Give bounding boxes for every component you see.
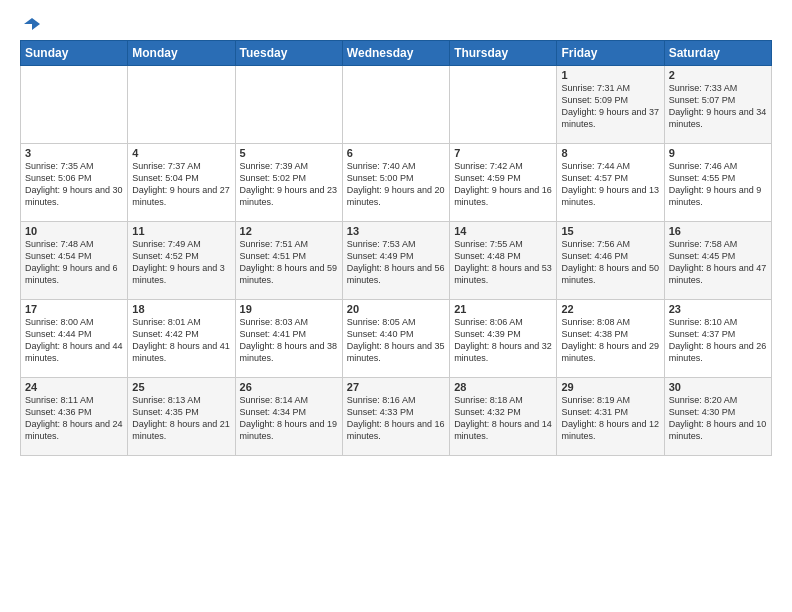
calendar-cell: 12Sunrise: 7:51 AM Sunset: 4:51 PM Dayli… bbox=[235, 222, 342, 300]
cell-content: Sunrise: 7:49 AM Sunset: 4:52 PM Dayligh… bbox=[132, 238, 230, 287]
calendar-cell: 9Sunrise: 7:46 AM Sunset: 4:55 PM Daylig… bbox=[664, 144, 771, 222]
header bbox=[20, 16, 772, 36]
calendar-cell: 1Sunrise: 7:31 AM Sunset: 5:09 PM Daylig… bbox=[557, 66, 664, 144]
cell-content: Sunrise: 8:16 AM Sunset: 4:33 PM Dayligh… bbox=[347, 394, 445, 443]
calendar-cell: 30Sunrise: 8:20 AM Sunset: 4:30 PM Dayli… bbox=[664, 378, 771, 456]
header-day-saturday: Saturday bbox=[664, 41, 771, 66]
calendar-cell: 11Sunrise: 7:49 AM Sunset: 4:52 PM Dayli… bbox=[128, 222, 235, 300]
day-number: 22 bbox=[561, 303, 659, 315]
cell-content: Sunrise: 7:40 AM Sunset: 5:00 PM Dayligh… bbox=[347, 160, 445, 209]
cell-content: Sunrise: 8:08 AM Sunset: 4:38 PM Dayligh… bbox=[561, 316, 659, 365]
calendar-cell bbox=[21, 66, 128, 144]
header-day-tuesday: Tuesday bbox=[235, 41, 342, 66]
header-day-sunday: Sunday bbox=[21, 41, 128, 66]
calendar-cell: 25Sunrise: 8:13 AM Sunset: 4:35 PM Dayli… bbox=[128, 378, 235, 456]
calendar-cell: 18Sunrise: 8:01 AM Sunset: 4:42 PM Dayli… bbox=[128, 300, 235, 378]
day-number: 29 bbox=[561, 381, 659, 393]
calendar-cell: 7Sunrise: 7:42 AM Sunset: 4:59 PM Daylig… bbox=[450, 144, 557, 222]
calendar-cell: 23Sunrise: 8:10 AM Sunset: 4:37 PM Dayli… bbox=[664, 300, 771, 378]
calendar-table: SundayMondayTuesdayWednesdayThursdayFrid… bbox=[20, 40, 772, 456]
day-number: 23 bbox=[669, 303, 767, 315]
day-number: 3 bbox=[25, 147, 123, 159]
cell-content: Sunrise: 8:20 AM Sunset: 4:30 PM Dayligh… bbox=[669, 394, 767, 443]
calendar-week-5: 24Sunrise: 8:11 AM Sunset: 4:36 PM Dayli… bbox=[21, 378, 772, 456]
calendar-cell: 14Sunrise: 7:55 AM Sunset: 4:48 PM Dayli… bbox=[450, 222, 557, 300]
calendar-week-1: 1Sunrise: 7:31 AM Sunset: 5:09 PM Daylig… bbox=[21, 66, 772, 144]
cell-content: Sunrise: 8:11 AM Sunset: 4:36 PM Dayligh… bbox=[25, 394, 123, 443]
calendar-cell: 15Sunrise: 7:56 AM Sunset: 4:46 PM Dayli… bbox=[557, 222, 664, 300]
day-number: 20 bbox=[347, 303, 445, 315]
cell-content: Sunrise: 7:33 AM Sunset: 5:07 PM Dayligh… bbox=[669, 82, 767, 131]
calendar-cell: 26Sunrise: 8:14 AM Sunset: 4:34 PM Dayli… bbox=[235, 378, 342, 456]
day-number: 4 bbox=[132, 147, 230, 159]
calendar-cell: 22Sunrise: 8:08 AM Sunset: 4:38 PM Dayli… bbox=[557, 300, 664, 378]
cell-content: Sunrise: 7:42 AM Sunset: 4:59 PM Dayligh… bbox=[454, 160, 552, 209]
cell-content: Sunrise: 7:39 AM Sunset: 5:02 PM Dayligh… bbox=[240, 160, 338, 209]
header-row: SundayMondayTuesdayWednesdayThursdayFrid… bbox=[21, 41, 772, 66]
page: SundayMondayTuesdayWednesdayThursdayFrid… bbox=[0, 0, 792, 466]
day-number: 8 bbox=[561, 147, 659, 159]
day-number: 5 bbox=[240, 147, 338, 159]
calendar-cell: 21Sunrise: 8:06 AM Sunset: 4:39 PM Dayli… bbox=[450, 300, 557, 378]
cell-content: Sunrise: 7:48 AM Sunset: 4:54 PM Dayligh… bbox=[25, 238, 123, 287]
calendar-cell: 3Sunrise: 7:35 AM Sunset: 5:06 PM Daylig… bbox=[21, 144, 128, 222]
calendar-cell: 19Sunrise: 8:03 AM Sunset: 4:41 PM Dayli… bbox=[235, 300, 342, 378]
calendar-week-4: 17Sunrise: 8:00 AM Sunset: 4:44 PM Dayli… bbox=[21, 300, 772, 378]
day-number: 9 bbox=[669, 147, 767, 159]
calendar-cell: 5Sunrise: 7:39 AM Sunset: 5:02 PM Daylig… bbox=[235, 144, 342, 222]
day-number: 14 bbox=[454, 225, 552, 237]
cell-content: Sunrise: 7:55 AM Sunset: 4:48 PM Dayligh… bbox=[454, 238, 552, 287]
cell-content: Sunrise: 7:35 AM Sunset: 5:06 PM Dayligh… bbox=[25, 160, 123, 209]
cell-content: Sunrise: 7:53 AM Sunset: 4:49 PM Dayligh… bbox=[347, 238, 445, 287]
cell-content: Sunrise: 8:00 AM Sunset: 4:44 PM Dayligh… bbox=[25, 316, 123, 365]
header-day-wednesday: Wednesday bbox=[342, 41, 449, 66]
day-number: 11 bbox=[132, 225, 230, 237]
cell-content: Sunrise: 8:06 AM Sunset: 4:39 PM Dayligh… bbox=[454, 316, 552, 365]
day-number: 19 bbox=[240, 303, 338, 315]
svg-marker-0 bbox=[24, 18, 40, 30]
day-number: 1 bbox=[561, 69, 659, 81]
cell-content: Sunrise: 7:37 AM Sunset: 5:04 PM Dayligh… bbox=[132, 160, 230, 209]
calendar-cell bbox=[342, 66, 449, 144]
calendar-cell: 20Sunrise: 8:05 AM Sunset: 4:40 PM Dayli… bbox=[342, 300, 449, 378]
cell-content: Sunrise: 8:14 AM Sunset: 4:34 PM Dayligh… bbox=[240, 394, 338, 443]
day-number: 12 bbox=[240, 225, 338, 237]
cell-content: Sunrise: 7:56 AM Sunset: 4:46 PM Dayligh… bbox=[561, 238, 659, 287]
day-number: 27 bbox=[347, 381, 445, 393]
cell-content: Sunrise: 8:05 AM Sunset: 4:40 PM Dayligh… bbox=[347, 316, 445, 365]
calendar-cell bbox=[235, 66, 342, 144]
header-day-thursday: Thursday bbox=[450, 41, 557, 66]
calendar-cell bbox=[128, 66, 235, 144]
calendar-cell: 6Sunrise: 7:40 AM Sunset: 5:00 PM Daylig… bbox=[342, 144, 449, 222]
calendar-cell: 28Sunrise: 8:18 AM Sunset: 4:32 PM Dayli… bbox=[450, 378, 557, 456]
cell-content: Sunrise: 8:18 AM Sunset: 4:32 PM Dayligh… bbox=[454, 394, 552, 443]
cell-content: Sunrise: 8:19 AM Sunset: 4:31 PM Dayligh… bbox=[561, 394, 659, 443]
day-number: 17 bbox=[25, 303, 123, 315]
cell-content: Sunrise: 7:46 AM Sunset: 4:55 PM Dayligh… bbox=[669, 160, 767, 209]
cell-content: Sunrise: 7:31 AM Sunset: 5:09 PM Dayligh… bbox=[561, 82, 659, 131]
calendar-cell: 27Sunrise: 8:16 AM Sunset: 4:33 PM Dayli… bbox=[342, 378, 449, 456]
cell-content: Sunrise: 8:10 AM Sunset: 4:37 PM Dayligh… bbox=[669, 316, 767, 365]
day-number: 13 bbox=[347, 225, 445, 237]
cell-content: Sunrise: 7:58 AM Sunset: 4:45 PM Dayligh… bbox=[669, 238, 767, 287]
calendar-cell: 4Sunrise: 7:37 AM Sunset: 5:04 PM Daylig… bbox=[128, 144, 235, 222]
day-number: 26 bbox=[240, 381, 338, 393]
day-number: 6 bbox=[347, 147, 445, 159]
cell-content: Sunrise: 8:01 AM Sunset: 4:42 PM Dayligh… bbox=[132, 316, 230, 365]
cell-content: Sunrise: 7:51 AM Sunset: 4:51 PM Dayligh… bbox=[240, 238, 338, 287]
day-number: 16 bbox=[669, 225, 767, 237]
calendar-cell: 24Sunrise: 8:11 AM Sunset: 4:36 PM Dayli… bbox=[21, 378, 128, 456]
calendar-cell: 13Sunrise: 7:53 AM Sunset: 4:49 PM Dayli… bbox=[342, 222, 449, 300]
cell-content: Sunrise: 7:44 AM Sunset: 4:57 PM Dayligh… bbox=[561, 160, 659, 209]
day-number: 28 bbox=[454, 381, 552, 393]
calendar-cell bbox=[450, 66, 557, 144]
day-number: 25 bbox=[132, 381, 230, 393]
cell-content: Sunrise: 8:03 AM Sunset: 4:41 PM Dayligh… bbox=[240, 316, 338, 365]
calendar-cell: 8Sunrise: 7:44 AM Sunset: 4:57 PM Daylig… bbox=[557, 144, 664, 222]
day-number: 7 bbox=[454, 147, 552, 159]
day-number: 21 bbox=[454, 303, 552, 315]
logo-flag-icon bbox=[22, 16, 42, 36]
day-number: 10 bbox=[25, 225, 123, 237]
calendar-cell: 2Sunrise: 7:33 AM Sunset: 5:07 PM Daylig… bbox=[664, 66, 771, 144]
day-number: 18 bbox=[132, 303, 230, 315]
